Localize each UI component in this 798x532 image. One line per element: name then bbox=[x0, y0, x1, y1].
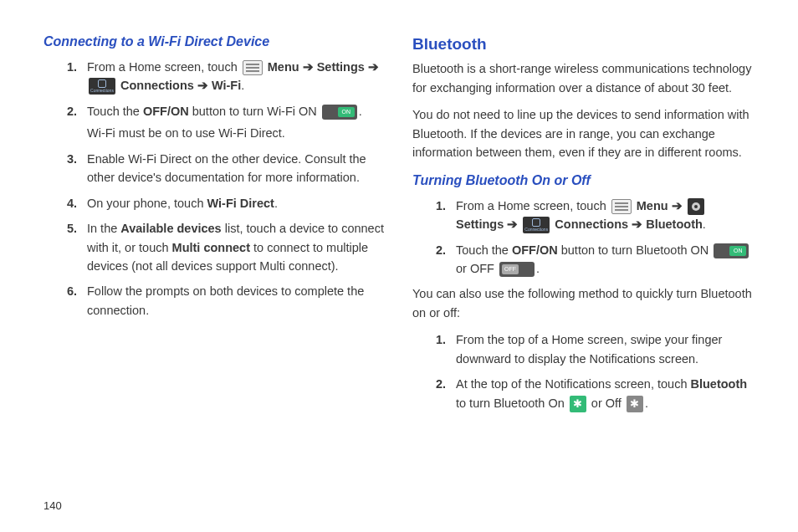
page-number: 140 bbox=[43, 499, 62, 512]
step-1: 1. From a Home screen, touch Menu ➔ Sett… bbox=[67, 58, 386, 95]
bluetooth-off-icon: ✱ bbox=[627, 396, 643, 412]
bluetooth-steps-b: 1. From the top of a Home screen, swipe … bbox=[412, 330, 755, 412]
step-3: 3. Enable Wi-Fi Direct on the other devi… bbox=[67, 150, 386, 187]
bt-step-2: 2. Touch the OFF/ON button to turn Bluet… bbox=[436, 241, 755, 279]
toggle-off-icon bbox=[499, 262, 535, 277]
connections-icon: Connections bbox=[523, 217, 550, 233]
menu-icon bbox=[611, 199, 632, 214]
right-column: Bluetooth Bluetooth is a short-range wir… bbox=[412, 32, 755, 515]
toggle-on-icon bbox=[714, 243, 749, 258]
bt-alt-step-2: 2. At the top of the Notifications scree… bbox=[436, 375, 755, 412]
step-2: 2. Touch the OFF/ON button to turn Wi-Fi… bbox=[67, 102, 386, 143]
bluetooth-on-icon: ✱ bbox=[570, 396, 586, 412]
bluetooth-steps-a: 1. From a Home screen, touch Menu ➔ Sett… bbox=[412, 197, 755, 279]
bt-step-1: 1. From a Home screen, touch Menu ➔ Sett… bbox=[436, 197, 755, 234]
step-5: 5. In the Available devices list, touch … bbox=[67, 219, 386, 275]
toggle-on-icon bbox=[322, 105, 357, 120]
bluetooth-also: You can also use the following method to… bbox=[412, 284, 755, 322]
connections-icon: Connections bbox=[89, 78, 115, 95]
wifi-direct-steps: 1. From a Home screen, touch Menu ➔ Sett… bbox=[43, 58, 386, 320]
step-4: 4. On your phone, touch Wi-Fi Direct. bbox=[67, 194, 386, 212]
bluetooth-intro-2: You do not need to line up the devices t… bbox=[412, 105, 755, 161]
bluetooth-heading: Bluetooth bbox=[412, 32, 755, 56]
bluetooth-intro-1: Bluetooth is a short-range wireless comm… bbox=[412, 59, 755, 97]
wifi-direct-heading: Connecting to a Wi-Fi Direct Device bbox=[43, 32, 386, 53]
settings-icon bbox=[688, 198, 704, 215]
step-6: 6. Follow the prompts on both devices to… bbox=[67, 282, 386, 320]
bt-alt-step-1: 1. From the top of a Home screen, swipe … bbox=[436, 330, 755, 368]
menu-icon bbox=[243, 60, 263, 75]
left-column: Connecting to a Wi-Fi Direct Device 1. F… bbox=[43, 32, 386, 515]
bluetooth-onoff-heading: Turning Bluetooth On or Off bbox=[412, 171, 755, 192]
